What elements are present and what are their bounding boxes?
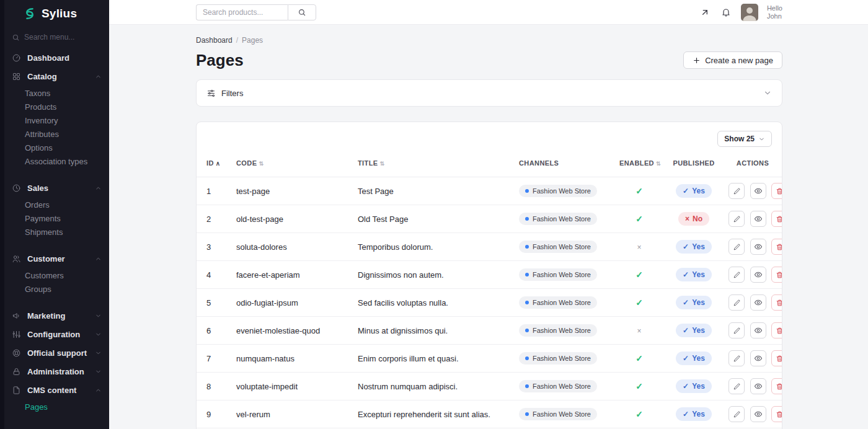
edit-button[interactable] xyxy=(728,378,745,394)
published-state-icon: × xyxy=(685,214,689,223)
show-button[interactable] xyxy=(750,406,766,422)
sidebar-search-input[interactable] xyxy=(24,33,97,42)
marketing-icon xyxy=(12,311,22,321)
sidebar-item-official-support[interactable]: Official support xyxy=(4,343,109,362)
show-button[interactable] xyxy=(750,350,766,366)
show-button[interactable] xyxy=(750,211,766,227)
sidebar-item-label: Marketing xyxy=(27,311,89,321)
sidebar-item-inventory[interactable]: Inventory xyxy=(4,114,109,128)
cell-title: Enim corporis illum et quasi. xyxy=(353,345,514,373)
table-row: 7 numquam-natus Enim corporis illum et q… xyxy=(197,345,782,373)
cell-code: old-test-page xyxy=(231,205,353,233)
sidebar-item-shipments[interactable]: Shipments xyxy=(4,226,109,239)
published-state-icon: ✓ xyxy=(683,270,689,279)
show-button[interactable] xyxy=(750,183,766,199)
sidebar-item-administration[interactable]: Administration xyxy=(4,362,109,381)
edit-button[interactable] xyxy=(728,211,745,227)
sidebar-item-cms-content[interactable]: CMS content xyxy=(4,381,109,399)
sidebar-item-catalog[interactable]: Catalog xyxy=(4,67,109,86)
cell-id: 3 xyxy=(197,233,231,261)
column-header-code[interactable]: CODE⇅ xyxy=(231,154,353,177)
delete-button[interactable] xyxy=(771,183,782,199)
delete-button[interactable] xyxy=(771,350,782,366)
edit-button[interactable] xyxy=(728,406,745,422)
sidebar-item-dashboard[interactable]: Dashboard xyxy=(4,48,109,67)
search-button[interactable] xyxy=(288,4,316,20)
delete-button[interactable] xyxy=(771,267,782,283)
column-header-title[interactable]: TITLE⇅ xyxy=(353,154,514,177)
chevron-up-icon xyxy=(95,185,102,192)
channel-name: Fashion Web Store xyxy=(533,299,591,306)
pencil-icon xyxy=(733,243,741,251)
channel-name: Fashion Web Store xyxy=(533,327,591,334)
avatar[interactable] xyxy=(741,4,758,21)
sort-icon: ⇅ xyxy=(380,161,385,167)
cell-id: 6 xyxy=(197,317,231,345)
search-input[interactable] xyxy=(196,4,288,20)
cell-channels: Fashion Web Store xyxy=(514,261,614,289)
sidebar-item-customers[interactable]: Customers xyxy=(4,269,109,283)
edit-button[interactable] xyxy=(728,294,745,311)
sidebar-item-sales[interactable]: Sales xyxy=(4,179,109,197)
chevron-up-icon xyxy=(95,73,102,80)
filters-panel[interactable]: Filters xyxy=(196,79,782,107)
sidebar-item-customer[interactable]: Customer xyxy=(4,249,109,268)
table-row: 6 eveniet-molestiae-quod Minus at dignis… xyxy=(197,317,782,345)
breadcrumb: Dashboard / Pages xyxy=(196,36,782,45)
published-badge: ✓ Yes xyxy=(676,240,712,254)
published-state-icon: ✓ xyxy=(683,298,689,307)
trash-icon xyxy=(776,327,782,335)
cell-published: × No xyxy=(664,205,724,233)
cell-enabled: ✓ xyxy=(614,373,664,400)
sidebar-item-groups[interactable]: Groups xyxy=(4,283,109,296)
bell-icon xyxy=(721,7,731,17)
plus-icon xyxy=(693,56,701,64)
edit-button[interactable] xyxy=(728,183,745,199)
sidebar-item-association-types[interactable]: Association types xyxy=(4,155,109,169)
sidebar-item-pages[interactable]: Pages xyxy=(4,400,109,414)
sidebar-item-attributes[interactable]: Attributes xyxy=(4,128,109,141)
sidebar-item-payments[interactable]: Payments xyxy=(4,212,109,226)
logo[interactable]: Sylius xyxy=(4,0,109,27)
column-header-id[interactable]: ID∧ xyxy=(197,154,231,177)
create-page-button[interactable]: Create a new page xyxy=(683,51,782,69)
show-button[interactable] xyxy=(750,322,766,338)
channel-badge: Fashion Web Store xyxy=(519,324,597,337)
show-button[interactable] xyxy=(750,239,766,255)
enabled-state-icon: × xyxy=(637,327,641,335)
table-row: 3 soluta-dolores Temporibus dolorum. Fas… xyxy=(197,233,782,261)
delete-button[interactable] xyxy=(771,378,782,394)
cell-title: Excepturi reprehenderit sit sunt alias. xyxy=(353,400,514,428)
notifications-button[interactable] xyxy=(720,6,732,19)
sidebar-item-products[interactable]: Products xyxy=(4,100,109,114)
delete-button[interactable] xyxy=(771,211,782,227)
sidebar-item-taxons[interactable]: Taxons xyxy=(4,87,109,100)
edit-button[interactable] xyxy=(728,239,745,255)
edit-button[interactable] xyxy=(728,322,745,338)
open-storefront-button[interactable] xyxy=(699,6,711,19)
sidebar-item-label: Customer xyxy=(27,254,89,263)
show-button[interactable] xyxy=(750,267,766,283)
sidebar-item-configuration[interactable]: Configuration xyxy=(4,325,109,343)
delete-button[interactable] xyxy=(771,322,782,338)
sidebar-item-orders[interactable]: Orders xyxy=(4,198,109,212)
delete-button[interactable] xyxy=(771,406,782,422)
sidebar-item-marketing[interactable]: Marketing xyxy=(4,306,109,325)
edit-button[interactable] xyxy=(728,267,745,283)
cell-channels: Fashion Web Store xyxy=(514,289,614,317)
show-limit-button[interactable]: Show 25 xyxy=(717,131,772,147)
edit-button[interactable] xyxy=(728,350,745,366)
breadcrumb-dashboard[interactable]: Dashboard xyxy=(196,36,232,45)
table-toolbar: Show 25 xyxy=(197,122,782,154)
published-state-icon: ✓ xyxy=(683,382,689,391)
delete-button[interactable] xyxy=(771,294,782,311)
column-header-enabled[interactable]: ENABLED⇅ xyxy=(614,154,664,177)
show-button[interactable] xyxy=(750,294,766,311)
sidebar-scrollbar-rail[interactable] xyxy=(0,0,4,429)
delete-button[interactable] xyxy=(771,239,782,255)
show-button[interactable] xyxy=(750,378,766,394)
eye-icon xyxy=(754,410,763,418)
cell-id: 2 xyxy=(197,205,231,233)
filter-sliders-icon xyxy=(206,89,216,98)
sidebar-item-options[interactable]: Options xyxy=(4,141,109,155)
